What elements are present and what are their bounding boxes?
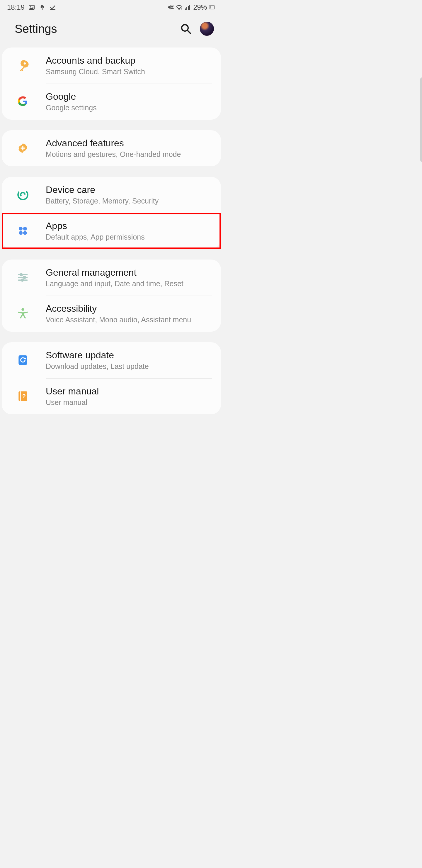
manual-icon <box>10 390 36 403</box>
update-icon <box>10 354 36 367</box>
battery-icon <box>209 4 216 11</box>
leaf-icon <box>39 4 46 11</box>
apps-icon <box>10 224 36 237</box>
item-subtitle: Download updates, Last update <box>46 362 149 371</box>
download-done-icon <box>49 4 56 11</box>
settings-item-advanced-features[interactable]: Advanced featuresMotions and gestures, O… <box>2 130 221 166</box>
page-title: Settings <box>15 22 57 35</box>
item-title: User manual <box>46 385 99 397</box>
settings-item-google[interactable]: GoogleGoogle settings <box>2 84 221 120</box>
item-title: Apps <box>46 220 145 232</box>
item-subtitle: Default apps, App permissions <box>46 233 145 241</box>
header: Settings <box>0 15 223 48</box>
image-icon <box>28 4 35 11</box>
item-subtitle: Voice Assistant, Mono audio, Assistant m… <box>46 315 191 324</box>
item-title: Accessibility <box>46 303 191 314</box>
battery-percentage: 29% <box>193 3 207 11</box>
sliders-icon <box>10 271 36 284</box>
settings-item-user-manual[interactable]: User manualUser manual <box>2 378 221 414</box>
settings-item-general-management[interactable]: General managementLanguage and input, Da… <box>2 259 221 296</box>
accessibility-icon <box>10 307 36 320</box>
gear-plus-icon <box>10 142 36 155</box>
settings-item-accessibility[interactable]: AccessibilityVoice Assistant, Mono audio… <box>2 296 221 332</box>
item-subtitle: Samsung Cloud, Smart Switch <box>46 67 145 76</box>
settings-group: Accounts and backupSamsung Cloud, Smart … <box>2 48 221 120</box>
settings-item-accounts-backup[interactable]: Accounts and backupSamsung Cloud, Smart … <box>2 48 221 84</box>
wifi-icon <box>175 4 183 11</box>
signal-icon <box>184 4 191 11</box>
settings-item-apps[interactable]: AppsDefault apps, App permissions <box>2 213 221 249</box>
item-subtitle: User manual <box>46 398 99 407</box>
settings-group: Advanced featuresMotions and gestures, O… <box>2 130 221 166</box>
search-button[interactable] <box>180 23 192 35</box>
item-subtitle: Language and input, Date and time, Reset <box>46 279 184 288</box>
settings-item-software-update[interactable]: Software updateDownload updates, Last up… <box>2 342 221 378</box>
item-title: Accounts and backup <box>46 55 145 66</box>
mute-vibrate-icon <box>167 4 174 11</box>
google-icon <box>10 95 36 108</box>
status-bar: 18:19 29% <box>0 0 223 15</box>
item-title: Software update <box>46 349 149 361</box>
settings-group: General managementLanguage and input, Da… <box>2 259 221 332</box>
item-subtitle: Google settings <box>46 103 97 112</box>
settings-group: Software updateDownload updates, Last up… <box>2 342 221 414</box>
key-icon <box>10 59 36 72</box>
item-title: Device care <box>46 184 159 195</box>
item-subtitle: Motions and gestures, One-handed mode <box>46 150 181 159</box>
devicecare-icon <box>10 188 36 201</box>
settings-group: Device careBattery, Storage, Memory, Sec… <box>2 177 221 249</box>
settings-item-device-care[interactable]: Device careBattery, Storage, Memory, Sec… <box>2 177 221 213</box>
status-time: 18:19 <box>7 3 25 11</box>
search-icon <box>180 23 192 35</box>
item-title: Advanced features <box>46 137 181 149</box>
item-title: General management <box>46 267 184 278</box>
item-title: Google <box>46 91 97 102</box>
item-subtitle: Battery, Storage, Memory, Security <box>46 197 159 205</box>
settings-list[interactable]: Accounts and backupSamsung Cloud, Smart … <box>0 48 223 431</box>
profile-avatar[interactable] <box>200 22 214 36</box>
